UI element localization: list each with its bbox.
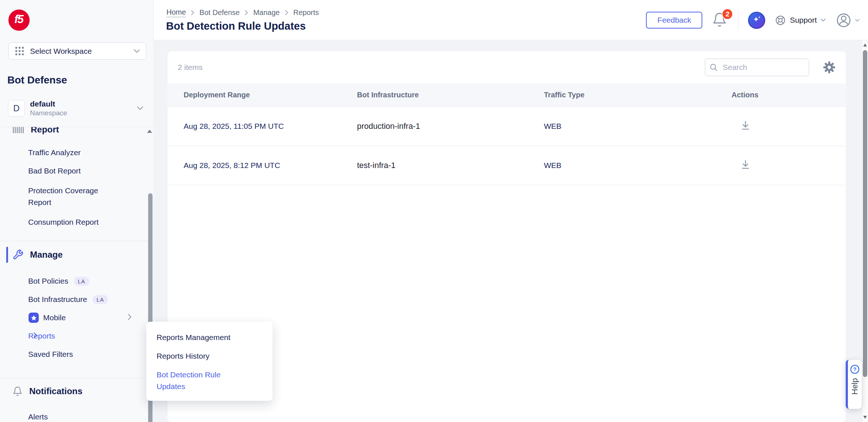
sidebar-item-bot-infrastructure[interactable]: Bot Infrastructure LA	[0, 290, 154, 309]
cell-deployment-range: Aug 28, 2025, 8:12 PM UTC	[184, 161, 357, 170]
active-section-indicator	[6, 247, 8, 263]
table-header-row: Deployment Range Bot Infrastructure Traf…	[168, 83, 846, 107]
top-header: Home Bot Defense Manage Reports Bot Dete…	[154, 0, 868, 40]
table-row: Aug 28, 2025, 8:12 PM UTC test-infra-1 W…	[168, 146, 846, 185]
header-controls: Feedback 2	[646, 8, 860, 32]
la-badge: LA	[93, 295, 108, 304]
section-label: Report	[31, 127, 59, 135]
submenu-item-reports-management[interactable]: Reports Management	[157, 332, 262, 343]
ai-assistant-button[interactable]	[748, 12, 765, 29]
wrench-icon	[12, 249, 23, 260]
sidebar-item-reports[interactable]: Reports	[0, 327, 154, 345]
namespace-name: default	[30, 99, 67, 109]
namespace-initial: D	[8, 100, 25, 117]
cell-bot-infrastructure: test-infra-1	[357, 161, 544, 170]
column-header-actions: Actions	[732, 91, 846, 99]
submenu-item-reports-history[interactable]: Reports History	[157, 350, 262, 362]
scroll-down-arrow[interactable]	[863, 416, 867, 419]
workspace-selector[interactable]: Select Workspace	[8, 42, 146, 60]
sidebar-item-saved-filters[interactable]: Saved Filters	[0, 345, 154, 363]
svg-text:?: ?	[853, 366, 856, 372]
page-title: Bot Detection Rule Updates	[166, 20, 306, 32]
column-header-bot-infrastructure: Bot Infrastructure	[357, 91, 544, 99]
la-badge: LA	[74, 277, 89, 286]
page-scrollbar-thumb[interactable]	[863, 50, 867, 377]
grid-icon	[15, 46, 25, 56]
sparkle-icon	[751, 15, 762, 26]
sidebar-item-label: Bot Infrastructure	[28, 295, 87, 304]
sidebar-item-traffic-analyzer[interactable]: Traffic Analyzer	[0, 143, 154, 162]
product-title: Bot Defense	[7, 74, 67, 86]
sidebar-scroll-up-arrow[interactable]	[147, 130, 152, 133]
app-root: f5 Select Workspace Bot Defense D defaul…	[0, 0, 868, 422]
namespace-selector[interactable]: D default Namespace	[0, 97, 154, 120]
chevron-right-icon	[128, 313, 132, 322]
table-toolbar: 2 items	[168, 51, 846, 83]
breadcrumb-reports[interactable]: Reports	[293, 8, 319, 17]
sidebar-section-notifications[interactable]: Notifications	[0, 378, 154, 404]
cell-deployment-range: Aug 28, 2025, 11:05 PM UTC	[184, 122, 357, 131]
breadcrumb-chevron-icon	[245, 10, 248, 15]
column-header-traffic-type: Traffic Type	[544, 91, 732, 99]
breadcrumb: Home Bot Defense Manage Reports	[166, 8, 319, 17]
cell-traffic-type: WEB	[544, 122, 732, 131]
sidebar-section-report[interactable]: Report	[0, 127, 154, 140]
breadcrumb-home[interactable]: Home	[166, 8, 186, 17]
sidebar-section-manage[interactable]: Manage	[0, 241, 154, 268]
chevron-down-icon	[137, 105, 143, 112]
sidebar-item-label: Bot Policies	[28, 277, 68, 285]
sidebar-item-consumption-report[interactable]: Consumption Report	[0, 213, 154, 231]
avatar-icon	[835, 12, 852, 29]
search-input[interactable]	[705, 59, 809, 76]
table-row: Aug 28, 2025, 11:05 PM UTC production-in…	[168, 107, 846, 146]
f5-logo-text: f5	[14, 13, 23, 26]
sidebar-item-label: Saved Filters	[28, 350, 73, 359]
sidebar-item-protection-coverage-report[interactable]: Protection Coverage Report	[0, 180, 109, 213]
column-header-deployment-range: Deployment Range	[184, 91, 357, 99]
items-count: 2 items	[178, 63, 203, 72]
sidebar-nav: Report Traffic Analyzer Bad Bot Report P…	[0, 127, 154, 422]
bar-chart-icon	[12, 127, 24, 134]
sidebar-item-label: Reports	[28, 332, 55, 340]
star-icon	[29, 313, 39, 323]
sidebar-item-alerts[interactable]: Alerts	[0, 408, 154, 422]
section-label: Manage	[30, 250, 63, 260]
cell-traffic-type: WEB	[544, 161, 732, 170]
sidebar-item-label: Traffic Analyzer	[28, 148, 81, 157]
account-menu[interactable]	[835, 12, 860, 29]
gear-icon	[823, 61, 835, 74]
support-label: Support	[790, 16, 817, 25]
submenu-item-bot-detection-rule-updates[interactable]: Bot Detection Rule Updates	[157, 369, 230, 392]
page-scrollbar[interactable]	[862, 40, 868, 422]
sidebar-item-bot-policies[interactable]: Bot Policies LA	[0, 272, 154, 290]
notification-count-badge: 2	[722, 8, 733, 20]
section-label: Notifications	[29, 386, 82, 396]
feedback-button[interactable]: Feedback	[646, 12, 702, 29]
support-menu[interactable]: Support	[775, 15, 826, 26]
breadcrumb-manage[interactable]: Manage	[253, 8, 279, 17]
help-tab[interactable]: ? Help	[846, 360, 862, 409]
sidebar-item-label: Bad Bot Report	[28, 167, 81, 175]
download-button[interactable]	[738, 119, 753, 132]
sidebar-item-bad-bot-report[interactable]: Bad Bot Report	[0, 162, 154, 180]
breadcrumb-chevron-icon	[285, 10, 288, 15]
divider	[738, 10, 739, 30]
sidebar-item-mobile[interactable]: Mobile	[0, 309, 154, 327]
notifications-button[interactable]: 2	[712, 11, 729, 29]
table-settings-button[interactable]	[823, 61, 835, 74]
download-icon	[739, 158, 752, 171]
scroll-up-arrow[interactable]	[863, 44, 867, 46]
breadcrumb-chevron-icon	[191, 10, 194, 15]
breadcrumb-bot-defense[interactable]: Bot Defense	[199, 8, 240, 17]
workspace-selector-label: Select Workspace	[30, 47, 92, 56]
bell-icon	[12, 386, 23, 396]
help-label: Help	[850, 378, 860, 395]
f5-logo[interactable]: f5	[8, 10, 30, 31]
chevron-right-icon	[33, 332, 37, 340]
download-button[interactable]	[738, 158, 753, 171]
chevron-down-icon	[134, 48, 140, 55]
reports-submenu-popup: Reports Management Reports History Bot D…	[146, 322, 273, 401]
life-buoy-icon	[775, 15, 786, 26]
sidebar-item-label: Protection Coverage Report	[28, 185, 109, 208]
cell-bot-infrastructure: production-infra-1	[357, 122, 544, 131]
